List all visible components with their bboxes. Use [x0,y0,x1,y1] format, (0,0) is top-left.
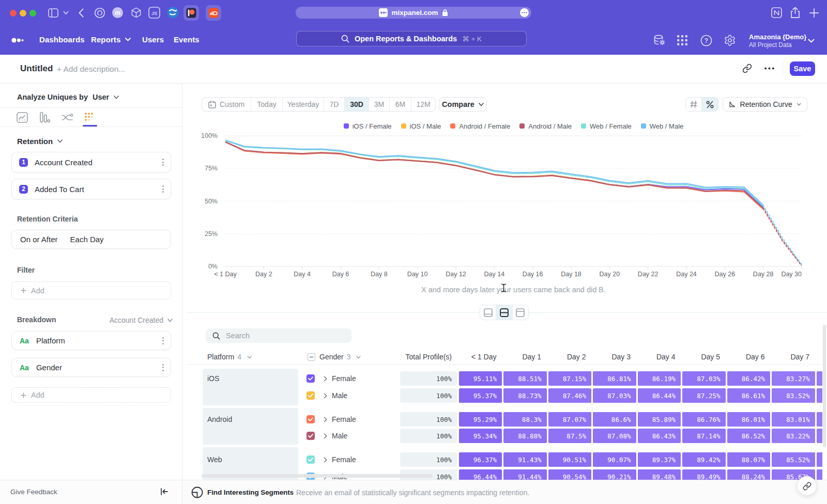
retention-value-cell[interactable]: 90.21% [593,469,636,480]
expand-row-icon[interactable] [322,458,327,463]
share-link-fab[interactable] [797,476,817,496]
give-feedback-link[interactable]: Give Feedback [10,488,57,496]
retention-value-cell[interactable]: 90.07% [593,452,636,467]
retention-value-cell[interactable]: 88.88% [503,429,547,443]
col-header-day[interactable]: < 1 Day [459,353,497,361]
criteria-on-or-after[interactable]: On or After [20,235,58,244]
tab-insights-icon[interactable] [17,112,28,123]
retention-value-cell-clipped[interactable] [817,388,823,403]
breakdown-options-icon[interactable] [162,364,164,371]
retention-value-cell[interactable]: 87.5% [548,429,592,443]
retention-value-cell[interactable]: 87.25% [682,388,726,403]
retention-value-cell[interactable]: 89.49% [682,469,726,480]
col-header-platform[interactable]: Platform4 [207,353,252,361]
table-search[interactable]: Search [206,328,351,343]
date-range-30d[interactable]: 30D [345,98,369,111]
retention-value-cell[interactable]: 83.01% [772,412,815,427]
split-view[interactable] [496,305,512,320]
retention-value-cell[interactable]: 83.27% [772,371,815,386]
site-options-button[interactable] [520,8,529,17]
legend-item[interactable]: Web / Female [581,122,632,130]
chevron-down-icon[interactable] [63,11,69,15]
retention-value-cell[interactable]: 85.89% [638,412,681,427]
retention-value-cell[interactable]: 87.03% [593,388,636,403]
global-search[interactable]: Open Reports & Dashboards ⌘ + K [296,31,527,46]
series-checkbox-web-female[interactable] [307,455,315,464]
collapse-sidebar-icon[interactable] [160,487,169,496]
retention-step-b[interactable]: 2 Added To Cart [11,179,171,199]
horizontal-scrollbar[interactable] [202,474,433,478]
traffic-light-minimize[interactable] [20,10,26,17]
retention-value-cell[interactable]: 85.52% [772,452,815,467]
notion-extension-icon[interactable] [771,7,782,18]
report-description-placeholder[interactable]: + Add description... [57,65,125,74]
retention-value-cell[interactable]: 88.24% [727,469,771,480]
tab-retention-icon[interactable] [84,112,95,123]
vertical-scrollbar[interactable] [823,325,826,447]
legend-item[interactable]: Android / Female [450,122,510,130]
legend-item[interactable]: Web / Male [641,122,684,130]
apps-grid-icon[interactable] [677,35,688,46]
help-icon[interactable]: ? [700,35,712,46]
breakdown-event-selector[interactable]: Account Created [72,316,173,324]
add-breakdown-button[interactable]: Add [11,387,171,403]
share-icon[interactable] [790,7,800,19]
retention-value-cell[interactable]: 96.37% [459,452,502,467]
favicon-soundcloud-highlight[interactable] [206,5,221,21]
series-checkbox-android-male[interactable] [307,432,315,440]
date-range-custom[interactable]: Custom [202,98,251,111]
retention-value-cell[interactable]: 95.34% [459,429,502,443]
retention-value-cell-clipped[interactable] [817,469,823,480]
chart-type-selector[interactable]: Retention Curve [723,97,807,112]
breakdown-gender[interactable]: Aa Gender [11,358,171,377]
retention-value-cell[interactable]: 91.43% [503,452,547,467]
col-header-day[interactable]: Day 6 [727,353,765,361]
legend-item[interactable]: iOS / Female [344,122,392,130]
retention-value-cell[interactable]: 86.19% [638,371,681,386]
retention-value-cell[interactable]: 86.44% [638,388,681,403]
analyze-uniques-selector[interactable]: Analyze Uniques by User [17,93,119,101]
date-range-7d[interactable]: 7D [324,98,345,111]
col-header-day[interactable]: Day 7 [772,353,809,361]
retention-value-cell[interactable]: 86.76% [682,412,726,427]
retention-value-cell[interactable]: 89.48% [638,469,681,480]
retention-value-cell[interactable]: 86.61% [727,388,771,403]
retention-value-cell[interactable]: 95.11% [459,371,502,386]
legend-item[interactable]: iOS / Male [401,122,441,130]
retention-value-cell[interactable]: 95.37% [459,388,502,403]
traffic-light-close[interactable] [10,10,17,17]
col-header-day[interactable]: Day 3 [593,353,631,361]
retention-value-cell[interactable]: 88.73% [503,388,547,403]
nav-events[interactable]: Events [174,35,200,44]
date-range-12m[interactable]: 12M [411,98,435,111]
retention-value-cell[interactable]: 86.43% [638,429,681,443]
retention-value-cell[interactable]: 86.42% [727,371,771,386]
gender-select-all-checkbox[interactable] [308,353,315,361]
date-range-6m[interactable]: 6M [390,98,411,111]
retention-value-cell-clipped[interactable] [817,412,823,427]
retention-value-cell[interactable]: 87.15% [548,371,592,386]
retention-value-cell[interactable]: 87.46% [548,388,592,403]
favicon-patreon-highlight[interactable] [183,5,199,21]
nav-dashboards[interactable]: Dashboards [39,35,85,44]
find-segments-title[interactable]: Find Interesting Segments [207,489,294,496]
settings-gear-icon[interactable] [724,34,736,46]
criteria-each-day[interactable]: Each Day [70,235,104,244]
expand-row-icon[interactable] [322,393,327,399]
retention-value-cell-clipped[interactable] [817,371,823,386]
chart-only-view[interactable] [480,305,496,320]
step-options-icon[interactable] [162,185,164,193]
table-only-view[interactable] [513,305,528,320]
retention-value-cell[interactable]: 86.52% [727,429,771,443]
favicon-1password-icon[interactable] [94,7,105,19]
tab-funnels-icon[interactable] [39,112,50,123]
col-header-total[interactable]: Total Profile(s) [369,353,452,361]
report-title[interactable]: Untitled [20,64,53,74]
retention-value-cell[interactable]: 86.81% [593,371,636,386]
retention-value-cell[interactable]: 88.51% [503,371,547,386]
retention-value-cell[interactable]: 83.22% [772,429,815,443]
nav-users[interactable]: Users [142,35,164,44]
save-button[interactable]: Save [790,61,815,76]
account-menu[interactable]: Amazonia {Demo} All Project Data [749,33,806,49]
account-chevron-icon[interactable] [808,39,815,43]
